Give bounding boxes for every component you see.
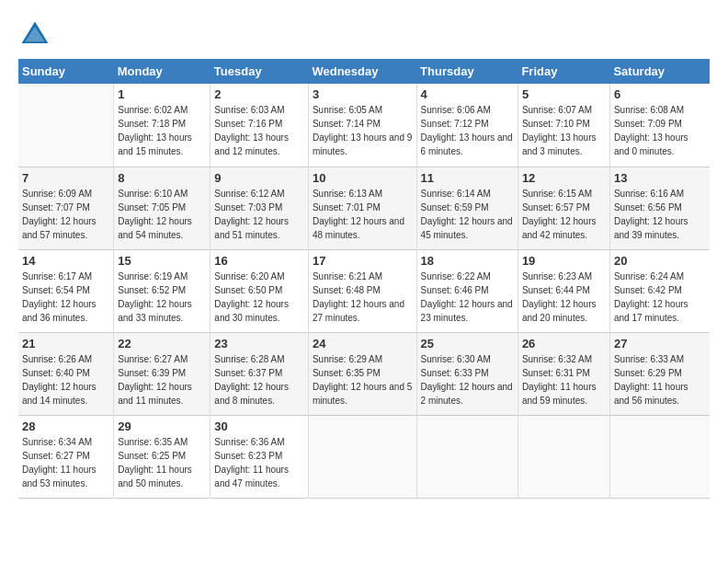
day-info: Sunrise: 6:23 AMSunset: 6:44 PMDaylight:…: [522, 270, 606, 325]
day-info: Sunrise: 6:10 AMSunset: 7:05 PMDaylight:…: [118, 187, 206, 242]
day-number: 5: [522, 87, 606, 101]
day-info: Sunrise: 6:24 AMSunset: 6:42 PMDaylight:…: [614, 270, 706, 325]
day-info: Sunrise: 6:28 AMSunset: 6:37 PMDaylight:…: [214, 352, 304, 408]
calendar-cell: 13Sunrise: 6:16 AMSunset: 6:56 PMDayligh…: [609, 167, 710, 249]
day-number: 24: [313, 337, 413, 350]
day-info: Sunrise: 6:21 AMSunset: 6:48 PMDaylight:…: [313, 270, 413, 325]
calendar-cell: 5Sunrise: 6:07 AMSunset: 7:10 PMDaylight…: [518, 84, 609, 167]
day-info: Sunrise: 6:15 AMSunset: 6:57 PMDaylight:…: [522, 187, 606, 242]
weekday-header: Tuesday: [210, 59, 309, 84]
day-number: 19: [522, 254, 606, 268]
day-number: 27: [614, 337, 706, 350]
day-info: Sunrise: 6:12 AMSunset: 7:03 PMDaylight:…: [214, 187, 304, 242]
weekday-header: Thursday: [416, 59, 518, 84]
day-number: 25: [421, 337, 514, 350]
day-info: Sunrise: 6:13 AMSunset: 7:01 PMDaylight:…: [313, 187, 413, 242]
day-info: Sunrise: 6:32 AMSunset: 6:31 PMDaylight:…: [522, 352, 606, 408]
calendar-header: SundayMondayTuesdayWednesdayThursdayFrid…: [18, 59, 710, 84]
calendar-cell: 23Sunrise: 6:28 AMSunset: 6:37 PMDayligh…: [210, 332, 309, 415]
calendar-cell: 15Sunrise: 6:19 AMSunset: 6:52 PMDayligh…: [114, 249, 210, 332]
day-number: 22: [118, 337, 206, 350]
calendar-cell: [416, 415, 518, 498]
day-number: 3: [313, 87, 413, 101]
day-info: Sunrise: 6:03 AMSunset: 7:16 PMDaylight:…: [214, 103, 304, 158]
calendar-cell: 24Sunrise: 6:29 AMSunset: 6:35 PMDayligh…: [308, 332, 416, 415]
calendar-cell: 16Sunrise: 6:20 AMSunset: 6:50 PMDayligh…: [210, 249, 309, 332]
calendar-cell: 28Sunrise: 6:34 AMSunset: 6:27 PMDayligh…: [18, 415, 114, 498]
day-info: Sunrise: 6:07 AMSunset: 7:10 PMDaylight:…: [522, 103, 606, 158]
calendar-cell: 9Sunrise: 6:12 AMSunset: 7:03 PMDaylight…: [210, 167, 309, 249]
calendar-cell: 8Sunrise: 6:10 AMSunset: 7:05 PMDaylight…: [114, 167, 210, 249]
day-number: 29: [118, 419, 206, 433]
calendar-cell: 22Sunrise: 6:27 AMSunset: 6:39 PMDayligh…: [114, 332, 210, 415]
calendar-cell: 1Sunrise: 6:02 AMSunset: 7:18 PMDaylight…: [114, 84, 210, 167]
day-number: 28: [22, 419, 109, 433]
calendar-cell: 11Sunrise: 6:14 AMSunset: 6:59 PMDayligh…: [416, 167, 518, 249]
day-number: 1: [118, 87, 206, 101]
calendar-cell: 19Sunrise: 6:23 AMSunset: 6:44 PMDayligh…: [518, 249, 609, 332]
weekday-header: Friday: [518, 59, 609, 84]
weekday-header: Monday: [114, 59, 210, 84]
calendar-cell: 20Sunrise: 6:24 AMSunset: 6:42 PMDayligh…: [609, 249, 710, 332]
calendar-cell: 17Sunrise: 6:21 AMSunset: 6:48 PMDayligh…: [308, 249, 416, 332]
calendar-cell: 14Sunrise: 6:17 AMSunset: 6:54 PMDayligh…: [18, 249, 114, 332]
day-info: Sunrise: 6:36 AMSunset: 6:23 PMDaylight:…: [214, 435, 304, 490]
day-info: Sunrise: 6:33 AMSunset: 6:29 PMDaylight:…: [614, 352, 706, 408]
calendar-cell: 7Sunrise: 6:09 AMSunset: 7:07 PMDaylight…: [18, 167, 114, 249]
weekday-header: Sunday: [18, 59, 114, 84]
day-info: Sunrise: 6:14 AMSunset: 6:59 PMDaylight:…: [421, 187, 514, 242]
day-info: Sunrise: 6:26 AMSunset: 6:40 PMDaylight:…: [22, 352, 109, 408]
day-number: 18: [421, 254, 514, 268]
calendar-cell: 26Sunrise: 6:32 AMSunset: 6:31 PMDayligh…: [518, 332, 609, 415]
calendar-cell: [518, 415, 609, 498]
calendar-cell: 10Sunrise: 6:13 AMSunset: 7:01 PMDayligh…: [308, 167, 416, 249]
day-info: Sunrise: 6:19 AMSunset: 6:52 PMDaylight:…: [118, 270, 206, 325]
day-info: Sunrise: 6:16 AMSunset: 6:56 PMDaylight:…: [614, 187, 706, 242]
day-info: Sunrise: 6:29 AMSunset: 6:35 PMDaylight:…: [313, 352, 413, 408]
calendar-table: SundayMondayTuesdayWednesdayThursdayFrid…: [18, 59, 710, 499]
day-number: 16: [214, 254, 304, 268]
day-info: Sunrise: 6:34 AMSunset: 6:27 PMDaylight:…: [22, 435, 109, 490]
calendar-cell: 18Sunrise: 6:22 AMSunset: 6:46 PMDayligh…: [416, 249, 518, 332]
calendar-cell: 30Sunrise: 6:36 AMSunset: 6:23 PMDayligh…: [210, 415, 309, 498]
day-info: Sunrise: 6:06 AMSunset: 7:12 PMDaylight:…: [421, 103, 514, 158]
calendar-cell: [18, 84, 114, 167]
calendar-cell: 6Sunrise: 6:08 AMSunset: 7:09 PMDaylight…: [609, 84, 710, 167]
day-info: Sunrise: 6:20 AMSunset: 6:50 PMDaylight:…: [214, 270, 304, 325]
calendar-cell: [308, 415, 416, 498]
day-number: 6: [614, 87, 706, 101]
day-info: Sunrise: 6:08 AMSunset: 7:09 PMDaylight:…: [614, 103, 706, 158]
day-number: 4: [421, 87, 514, 101]
day-number: 11: [421, 171, 514, 185]
calendar-cell: 4Sunrise: 6:06 AMSunset: 7:12 PMDaylight…: [416, 84, 518, 167]
day-info: Sunrise: 6:05 AMSunset: 7:14 PMDaylight:…: [313, 103, 413, 158]
day-number: 15: [118, 254, 206, 268]
day-info: Sunrise: 6:17 AMSunset: 6:54 PMDaylight:…: [22, 270, 109, 325]
calendar-cell: 21Sunrise: 6:26 AMSunset: 6:40 PMDayligh…: [18, 332, 114, 415]
day-info: Sunrise: 6:02 AMSunset: 7:18 PMDaylight:…: [118, 103, 206, 158]
day-info: Sunrise: 6:27 AMSunset: 6:39 PMDaylight:…: [118, 352, 206, 408]
day-number: 20: [614, 254, 706, 268]
day-number: 9: [214, 171, 304, 185]
calendar-cell: [609, 415, 710, 498]
day-number: 13: [614, 171, 706, 185]
calendar-cell: 27Sunrise: 6:33 AMSunset: 6:29 PMDayligh…: [609, 332, 710, 415]
day-number: 23: [214, 337, 304, 350]
weekday-header: Saturday: [609, 59, 710, 84]
day-info: Sunrise: 6:09 AMSunset: 7:07 PMDaylight:…: [22, 187, 109, 242]
day-number: 30: [214, 419, 304, 433]
page-header: [18, 18, 710, 52]
day-number: 8: [118, 171, 206, 185]
logo: [18, 18, 55, 52]
day-info: Sunrise: 6:30 AMSunset: 6:33 PMDaylight:…: [421, 352, 514, 408]
calendar-cell: 2Sunrise: 6:03 AMSunset: 7:16 PMDaylight…: [210, 84, 309, 167]
day-number: 14: [22, 254, 109, 268]
day-info: Sunrise: 6:22 AMSunset: 6:46 PMDaylight:…: [421, 270, 514, 325]
day-number: 26: [522, 337, 606, 350]
calendar-cell: 12Sunrise: 6:15 AMSunset: 6:57 PMDayligh…: [518, 167, 609, 249]
day-number: 7: [22, 171, 109, 185]
day-number: 17: [313, 254, 413, 268]
calendar-cell: 3Sunrise: 6:05 AMSunset: 7:14 PMDaylight…: [308, 84, 416, 167]
calendar-cell: 29Sunrise: 6:35 AMSunset: 6:25 PMDayligh…: [114, 415, 210, 498]
logo-icon: [18, 18, 51, 52]
